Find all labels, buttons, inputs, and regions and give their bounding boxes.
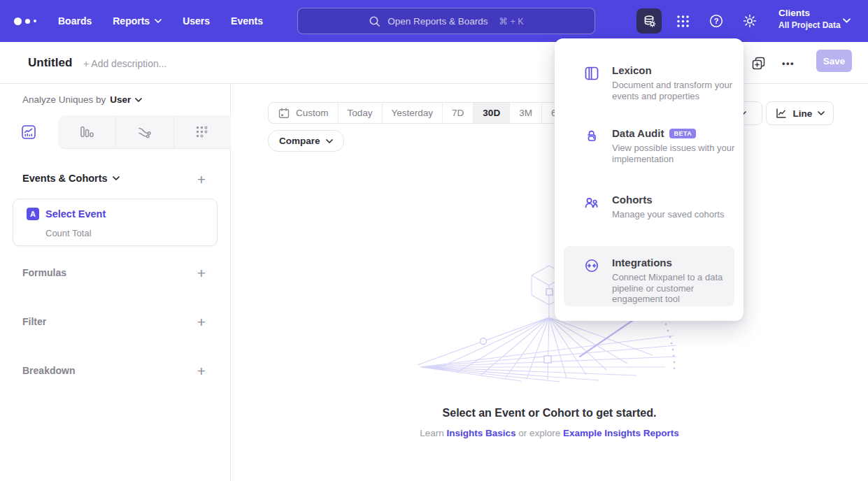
explore-connector: or explore bbox=[518, 428, 560, 438]
example-reports-link[interactable]: Example Insights Reports bbox=[563, 428, 679, 438]
flow-tab-icon bbox=[137, 124, 152, 140]
range-30d[interactable]: 30D bbox=[473, 103, 509, 123]
add-breakdown-button[interactable]: + bbox=[193, 362, 210, 379]
chevron-down-icon bbox=[326, 139, 333, 143]
grid-dots-icon bbox=[676, 14, 690, 29]
report-canvas: Custom Today Yesterday 7D 30D 3M 6M Comp… bbox=[231, 84, 868, 481]
chevron-down-icon bbox=[135, 98, 142, 102]
settings-button[interactable] bbox=[737, 8, 762, 34]
tab-bar-chart[interactable] bbox=[58, 115, 116, 149]
chart-style-dropdown[interactable]: Line bbox=[766, 101, 834, 125]
analyze-label: Analyze Uniques by bbox=[22, 94, 106, 105]
chevron-down-icon bbox=[843, 18, 851, 23]
search-input[interactable]: Open Reports & Boards ⌘ + K bbox=[297, 8, 595, 34]
nav-item-events[interactable]: Events bbox=[231, 15, 263, 27]
duplicate-icon bbox=[751, 56, 766, 71]
apps-grid-button[interactable] bbox=[670, 8, 695, 34]
tab-grid[interactable] bbox=[173, 115, 232, 149]
add-description-field[interactable]: + Add description... bbox=[83, 58, 166, 69]
event-metric-label[interactable]: Count Total bbox=[45, 228, 92, 238]
mixpanel-logo-icon[interactable] bbox=[14, 0, 36, 42]
date-range-control: Custom Today Yesterday 7D 30D 3M 6M bbox=[268, 102, 574, 124]
report-title[interactable]: Untitled bbox=[28, 56, 72, 70]
nav-item-reports[interactable]: Reports bbox=[113, 15, 162, 27]
svg-text:?: ? bbox=[714, 17, 719, 25]
primary-nav: Boards Reports Users Events bbox=[58, 0, 263, 42]
bar-chart-tab-icon bbox=[79, 124, 94, 140]
menu-item-data-audit[interactable]: Data Audit BETA View possible issues wit… bbox=[555, 127, 744, 175]
search-icon bbox=[369, 15, 380, 27]
project-switcher[interactable]: Clients All Project Data bbox=[778, 7, 841, 31]
project-name: Clients bbox=[778, 7, 841, 20]
integrations-sync-icon bbox=[584, 258, 599, 273]
breakdown-section-label: Breakdown bbox=[22, 365, 75, 376]
learn-prefix: Learn bbox=[420, 428, 444, 438]
cohorts-people-icon bbox=[584, 195, 599, 210]
select-event-label[interactable]: Select Event bbox=[45, 208, 106, 220]
empty-state-links: Learn Insights Basics or explore Example… bbox=[231, 428, 868, 438]
analyze-unit-dropdown[interactable]: User bbox=[110, 94, 142, 105]
beta-badge: BETA bbox=[669, 129, 696, 138]
project-scope: All Project Data bbox=[778, 20, 841, 31]
add-filter-button[interactable]: + bbox=[193, 313, 210, 330]
grid-tab-icon bbox=[194, 124, 210, 140]
compare-dropdown[interactable]: Compare bbox=[268, 130, 344, 152]
help-button[interactable]: ? bbox=[704, 8, 729, 34]
menu-item-cohorts[interactable]: Cohorts Manage your saved cohorts bbox=[555, 193, 744, 228]
empty-state-title: Select an Event or Cohort to get started… bbox=[231, 407, 868, 419]
gear-icon bbox=[742, 13, 757, 29]
search-placeholder: Open Reports & Boards bbox=[387, 16, 488, 27]
range-7d[interactable]: 7D bbox=[442, 103, 473, 123]
data-management-dropdown-panel: Lexicon Document and transform your even… bbox=[555, 38, 744, 321]
line-chart-tab-icon bbox=[21, 124, 36, 140]
range-today[interactable]: Today bbox=[338, 103, 382, 123]
nav-item-users[interactable]: Users bbox=[183, 15, 210, 27]
search-shortcut: ⌘ + K bbox=[499, 16, 524, 27]
more-options-button[interactable]: ••• bbox=[776, 55, 800, 71]
menu-item-integrations[interactable]: Integrations Connect Mixpanel to a data … bbox=[555, 256, 744, 312]
tab-insights-line[interactable] bbox=[0, 115, 58, 149]
lexicon-book-icon bbox=[584, 66, 599, 81]
visualization-tabs bbox=[0, 115, 231, 149]
line-style-icon bbox=[775, 107, 788, 120]
menu-item-lexicon[interactable]: Lexicon Document and transform your even… bbox=[555, 64, 744, 113]
insights-basics-link[interactable]: Insights Basics bbox=[446, 428, 515, 438]
data-management-button[interactable] bbox=[636, 8, 662, 34]
chevron-down-icon bbox=[155, 19, 162, 23]
range-yesterday[interactable]: Yesterday bbox=[382, 103, 443, 123]
query-builder-sidebar: Analyze Uniques by User bbox=[0, 84, 231, 481]
help-icon: ? bbox=[709, 13, 724, 29]
range-3m[interactable]: 3M bbox=[509, 103, 541, 123]
event-card[interactable]: A Select Event Count Total bbox=[13, 199, 218, 246]
top-navbar: Boards Reports Users Events Open Reports… bbox=[0, 0, 868, 42]
nav-item-boards[interactable]: Boards bbox=[58, 15, 92, 27]
data-audit-icon bbox=[584, 129, 599, 144]
save-button[interactable]: Save bbox=[816, 50, 852, 72]
formulas-section-label: Formulas bbox=[22, 267, 66, 278]
chevron-down-icon bbox=[818, 111, 825, 115]
event-series-badge: A bbox=[27, 208, 39, 220]
ellipsis-icon: ••• bbox=[782, 58, 795, 69]
filter-section-label: Filter bbox=[22, 316, 46, 327]
database-gear-icon bbox=[642, 14, 657, 29]
duplicate-button[interactable] bbox=[749, 54, 767, 72]
events-cohorts-header[interactable]: Events & Cohorts bbox=[22, 173, 120, 184]
calendar-icon bbox=[278, 107, 290, 120]
tab-flow[interactable] bbox=[115, 115, 173, 149]
add-event-button[interactable]: + bbox=[193, 171, 210, 187]
add-formula-button[interactable]: + bbox=[193, 264, 210, 281]
range-custom[interactable]: Custom bbox=[269, 103, 338, 123]
analyze-row: Analyze Uniques by User bbox=[22, 94, 142, 105]
chevron-down-icon bbox=[113, 176, 120, 180]
